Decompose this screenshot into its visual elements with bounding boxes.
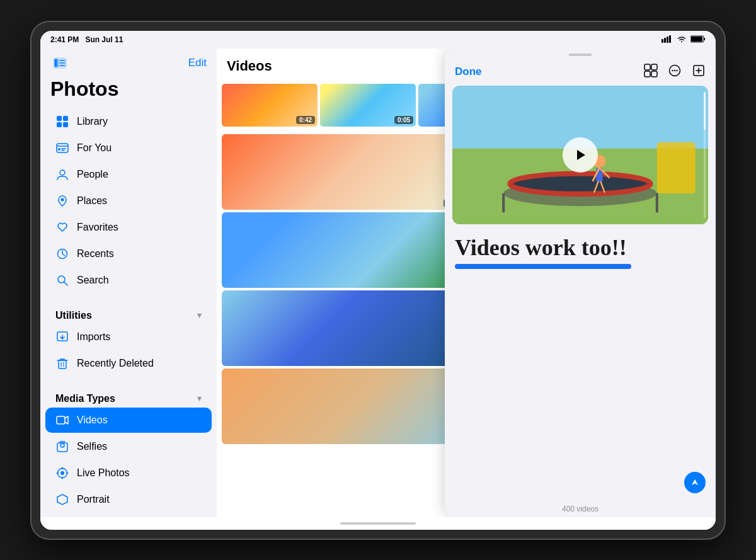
sidebar-item-places[interactable]: Places bbox=[45, 188, 212, 214]
utilities-label: Utilities bbox=[55, 310, 92, 321]
media-types-label: Media Types bbox=[55, 393, 115, 404]
svg-rect-48 bbox=[651, 64, 657, 70]
video-count-label: 400 videos bbox=[445, 501, 716, 517]
date-label: Sun Jul 11 bbox=[85, 35, 123, 44]
media-types-chevron[interactable]: ▾ bbox=[197, 394, 202, 403]
svg-point-54 bbox=[676, 69, 677, 71]
sidebar-item-selfies[interactable]: Selfies bbox=[45, 434, 212, 459]
video-preview[interactable] bbox=[452, 86, 708, 224]
wifi-icon bbox=[677, 35, 687, 44]
device-screen: 2:41 PM Sun Jul 11 bbox=[40, 31, 716, 530]
recently-deleted-label: Recently Deleted bbox=[77, 358, 154, 369]
play-button[interactable] bbox=[563, 137, 598, 173]
selfies-icon bbox=[55, 440, 69, 454]
svg-rect-1 bbox=[664, 38, 666, 43]
time-label: 2:41 PM bbox=[50, 35, 79, 44]
sidebar-header: Edit bbox=[40, 49, 217, 75]
ellipsis-button[interactable] bbox=[668, 64, 682, 81]
status-time: 2:41 PM Sun Jul 11 bbox=[50, 35, 123, 44]
imports-icon bbox=[55, 330, 69, 344]
places-label: Places bbox=[77, 195, 107, 207]
sidebar-item-for-you[interactable]: For You bbox=[45, 135, 212, 161]
home-indicator bbox=[340, 522, 416, 525]
for-you-icon bbox=[55, 141, 69, 155]
svg-rect-17 bbox=[57, 144, 68, 152]
sidebar-item-library[interactable]: Library bbox=[45, 109, 212, 134]
svg-rect-15 bbox=[57, 122, 62, 127]
svg-point-39 bbox=[60, 471, 64, 475]
home-indicator-bar bbox=[40, 517, 716, 530]
sidebar-item-imports[interactable]: Imports bbox=[45, 324, 212, 350]
sheet-header: Done bbox=[445, 59, 716, 86]
svg-point-22 bbox=[60, 170, 65, 175]
handwriting-text: Videos work too!! bbox=[455, 234, 706, 261]
writing-area: Videos work too!! bbox=[445, 224, 716, 501]
search-icon bbox=[55, 273, 69, 287]
svg-point-52 bbox=[672, 69, 673, 71]
svg-marker-72 bbox=[577, 150, 585, 160]
sidebar-collapse-button[interactable] bbox=[50, 54, 69, 72]
library-label: Library bbox=[77, 116, 108, 127]
svg-rect-31 bbox=[59, 360, 66, 369]
svg-point-23 bbox=[61, 198, 64, 201]
svg-rect-5 bbox=[704, 38, 705, 40]
app-title: Photos bbox=[40, 75, 217, 108]
recents-icon bbox=[55, 247, 69, 261]
svg-line-26 bbox=[62, 254, 65, 256]
grid-view-button[interactable] bbox=[644, 64, 658, 81]
sidebar-item-favorites[interactable]: Favorites bbox=[45, 215, 212, 240]
device-frame: 2:41 PM Sun Jul 11 bbox=[32, 22, 724, 539]
thumb-1[interactable]: 0:24 bbox=[222, 134, 465, 210]
sidebar-item-portrait[interactable]: Portrait bbox=[45, 487, 212, 512]
svg-rect-0 bbox=[662, 39, 663, 43]
svg-line-28 bbox=[64, 282, 67, 285]
svg-point-36 bbox=[60, 443, 64, 447]
content-title: Videos bbox=[227, 58, 272, 74]
svg-rect-13 bbox=[57, 116, 62, 121]
svg-rect-16 bbox=[63, 122, 68, 127]
for-you-label: For You bbox=[77, 142, 112, 154]
utilities-section-header: Utilities ▾ bbox=[40, 301, 217, 324]
sidebar-item-recents[interactable]: Recents bbox=[45, 241, 212, 266]
svg-rect-71 bbox=[657, 142, 696, 193]
svg-rect-6 bbox=[691, 37, 702, 42]
send-button[interactable] bbox=[684, 472, 706, 493]
edit-icon-button[interactable] bbox=[692, 64, 706, 81]
status-icons bbox=[662, 35, 706, 44]
selfies-label: Selfies bbox=[77, 441, 107, 452]
done-button[interactable]: Done bbox=[455, 66, 482, 78]
status-bar: 2:41 PM Sun Jul 11 bbox=[40, 31, 716, 49]
edit-button[interactable]: Edit bbox=[188, 57, 207, 69]
sidebar-item-live-photos[interactable]: Live Photos bbox=[45, 460, 212, 486]
svg-rect-14 bbox=[63, 116, 68, 121]
favorites-label: Favorites bbox=[77, 222, 118, 233]
duration-label: 0:05 bbox=[394, 116, 413, 124]
utilities-chevron[interactable]: ▾ bbox=[197, 311, 202, 320]
library-icon bbox=[55, 115, 69, 129]
handwriting-underline bbox=[455, 264, 631, 269]
battery-icon bbox=[690, 35, 706, 44]
signal-icon bbox=[662, 35, 673, 44]
svg-rect-50 bbox=[651, 71, 657, 77]
sidebar-item-search[interactable]: Search bbox=[45, 268, 212, 293]
sidebar-item-recently-deleted[interactable]: Recently Deleted bbox=[45, 351, 212, 376]
thumb-top-1[interactable]: 0:42 bbox=[222, 84, 318, 127]
video-progress-bar[interactable] bbox=[704, 92, 706, 218]
sheet-handle bbox=[569, 54, 592, 56]
svg-rect-35 bbox=[57, 416, 65, 424]
people-label: People bbox=[77, 169, 108, 180]
svg-rect-9 bbox=[55, 59, 57, 67]
thumb-top-2[interactable]: 0:05 bbox=[320, 84, 416, 127]
imports-label: Imports bbox=[77, 331, 110, 343]
search-label: Search bbox=[77, 275, 109, 286]
sidebar-item-videos[interactable]: Videos bbox=[45, 408, 212, 433]
svg-rect-2 bbox=[667, 37, 668, 43]
sidebar-item-people[interactable]: People bbox=[45, 162, 212, 187]
live-photos-icon bbox=[55, 466, 69, 480]
trash-icon bbox=[55, 357, 69, 370]
portrait-icon bbox=[55, 493, 69, 506]
svg-rect-3 bbox=[669, 35, 671, 43]
main-content: Videos Square Select ••• 0:42 0:05 bbox=[217, 49, 716, 517]
svg-rect-47 bbox=[644, 64, 650, 70]
places-icon bbox=[55, 194, 69, 208]
